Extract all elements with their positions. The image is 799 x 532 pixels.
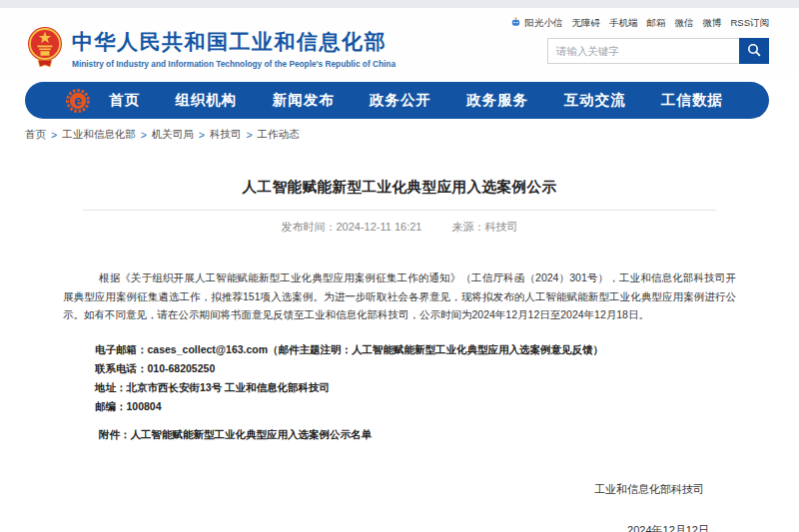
quick-link-mail[interactable]: 邮箱 [646,17,665,30]
signature: 工业和信息化部科技司 [63,482,736,497]
quick-link-rss[interactable]: RSS订阅 [730,17,769,30]
quick-links: 阳光小信 无障碍 手机端 邮箱 微信 微博 RSS订阅 [510,17,769,30]
nav-item-gov-services[interactable]: 政务服务 [466,91,528,110]
nav-items: 首页 组织机构 新闻发布 政务公开 政务服务 互动交流 工信数据 [109,91,723,110]
quick-link-mobile[interactable]: 手机端 [609,17,638,30]
search-icon [747,43,761,60]
nav-item-gov-disclosure[interactable]: 政务公开 [370,91,431,110]
search-input[interactable] [547,38,739,64]
title-divider [83,210,716,211]
contact-email: 电子邮箱：cases_collect@163.com（邮件主题注明：人工智能赋能… [63,340,736,359]
breadcrumb-miit[interactable]: 工业和信息化部 [62,128,136,142]
nav-item-news[interactable]: 新闻发布 [273,91,335,110]
top-strip [0,0,799,8]
breadcrumb-separator: > [141,129,147,141]
nav-item-interaction[interactable]: 互动交流 [564,91,626,110]
breadcrumb-tech-department[interactable]: 科技司 [210,128,242,142]
nav-item-organization[interactable]: 组织机构 [175,91,237,110]
search-bar [547,38,769,64]
site-header: 中华人民共和国工业和信息化部 Ministry of Industry and … [0,8,799,78]
breadcrumb-separator: > [199,129,205,141]
search-button[interactable] [739,38,769,64]
miit-logo-icon: e [65,88,91,114]
article-meta: 发布时间：2024-12-11 16:21 来源：科技司 [63,220,736,235]
attachment-link[interactable]: 人工智能赋能新型工业化典型应用入选案例公示名单 [131,428,373,440]
assistant-robot-icon [510,17,521,30]
article-source: 来源：科技司 [452,221,518,233]
contact-block: 电子邮箱：cases_collect@163.com（邮件主题注明：人工智能赋能… [63,340,736,416]
publish-date: 2024年12月12日 [63,523,736,532]
article: 人工智能赋能新型工业化典型应用入选案例公示 发布时间：2024-12-11 16… [0,178,799,532]
site-brand-text: 中华人民共和国工业和信息化部 Ministry of Industry and … [72,28,396,69]
contact-phone: 联系电话：010-68205250 [63,359,736,378]
contact-address: 地址：北京市西长安街13号 工业和信息化部科技司 [63,378,736,397]
national-emblem-logo [26,25,64,71]
attachment-label: 附件： [99,428,131,440]
breadcrumb-work-updates[interactable]: 工作动态 [258,128,300,142]
contact-zipcode: 邮编：100804 [63,397,736,416]
breadcrumb-departments[interactable]: 机关司局 [152,128,194,142]
breadcrumb-home[interactable]: 首页 [25,128,46,142]
site-brand[interactable]: 中华人民共和国工业和信息化部 Ministry of Industry and … [26,18,396,78]
quick-link-weibo[interactable]: 微博 [702,17,721,30]
article-paragraph: 根据《关于组织开展人工智能赋能新型工业化典型应用案例征集工作的通知》（工信厅科函… [63,268,736,324]
assistant-label: 阳光小信 [524,17,562,30]
nav-item-data[interactable]: 工信数据 [661,91,723,110]
site-title: 中华人民共和国工业和信息化部 [72,28,396,56]
attachment-line: 附件：人工智能赋能新型工业化典型应用入选案例公示名单 [63,428,736,442]
breadcrumb-separator: > [246,129,252,141]
publish-time: 发布时间：2024-12-11 16:21 [281,221,421,233]
article-title: 人工智能赋能新型工业化典型应用入选案例公示 [63,178,736,197]
quick-link-wechat[interactable]: 微信 [674,17,693,30]
breadcrumb-separator: > [51,129,57,141]
main-nav: e 首页 组织机构 新闻发布 政务公开 政务服务 互动交流 工信数据 [25,82,769,119]
page: 中华人民共和国工业和信息化部 Ministry of Industry and … [0,0,799,532]
nav-item-home[interactable]: 首页 [109,91,140,110]
assistant-link[interactable]: 阳光小信 [510,17,562,30]
header-right: 阳光小信 无障碍 手机端 邮箱 微信 微博 RSS订阅 [510,17,769,78]
svg-text:e: e [74,93,82,109]
site-subtitle: Ministry of Industry and Information Tec… [72,59,396,69]
breadcrumb: 首页 > 工业和信息化部 > 机关司局 > 科技司 > 工作动态 [0,119,799,142]
quick-link-accessibility[interactable]: 无障碍 [571,17,600,30]
